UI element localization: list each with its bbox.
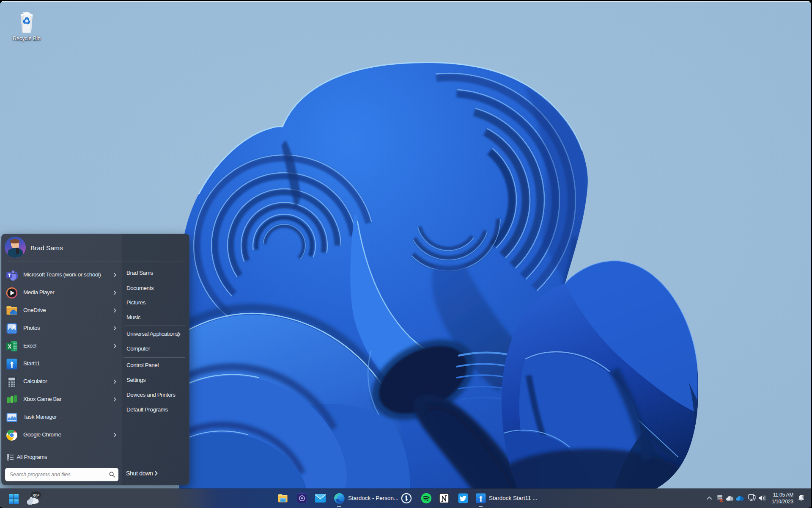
svg-text:z: z bbox=[802, 494, 804, 497]
